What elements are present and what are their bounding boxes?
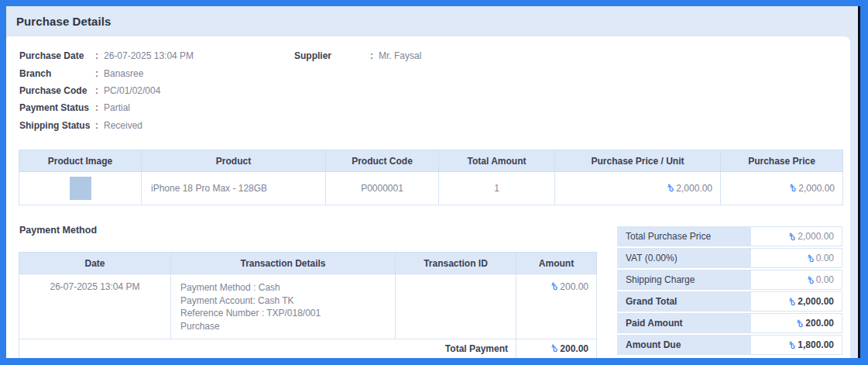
summary-value: 2,000.00 xyxy=(751,227,842,246)
summary-row-amount-due: Amount Due 1,800.00 xyxy=(617,335,842,355)
transaction-details-cell: Payment Method : Cash Payment Account: C… xyxy=(171,274,396,339)
window-frame: Purchase Details Purchase Date : 26-07-2… xyxy=(0,0,868,365)
info-row-payment-status: Payment Status : Partial xyxy=(19,99,194,116)
summary-amount: 200.00 xyxy=(805,318,834,329)
product-code-cell: P0000001 xyxy=(326,172,439,205)
taka-currency-icon xyxy=(790,184,796,192)
payment-amount-value: 200.00 xyxy=(560,281,588,292)
detail-line-type: Purchase xyxy=(180,320,395,333)
payment-total-row: Total Payment 200.00 xyxy=(19,339,597,359)
content-card: Purchase Date : 26-07-2025 13:04 PM Bran… xyxy=(6,36,850,358)
info-colon: : xyxy=(95,68,104,79)
column-header-transaction-details: Transaction Details xyxy=(171,253,396,274)
product-table-row: iPhone 18 Pro Max - 128GB P0000001 1 2,0… xyxy=(19,172,843,205)
payment-date-cell: 26-07-2025 13:04 PM xyxy=(19,274,171,339)
column-header-total-amount: Total Amount xyxy=(439,150,555,172)
total-payment-amount-cell: 200.00 xyxy=(516,339,597,359)
summary-row-total-purchase-price: Total Purchase Price 2,000.00 xyxy=(617,226,842,246)
summary-row-shipping-charge: Shipping Charge 0.00 xyxy=(617,270,842,290)
column-header-product: Product xyxy=(142,150,326,172)
payment-method-title: Payment Method xyxy=(19,225,97,236)
purchase-price-cell: 2,000.00 xyxy=(721,172,843,205)
column-header-purchase-price-unit: Purchase Price / Unit xyxy=(555,150,721,172)
product-table: Product Image Product Product Code Total… xyxy=(19,150,843,205)
info-label: Payment Status xyxy=(19,102,95,113)
info-row-shipping-status: Shipping Status : Received xyxy=(19,117,194,134)
info-value: PC/01/02/004 xyxy=(104,85,160,96)
info-label: Purchase Code xyxy=(19,85,95,96)
purchase-info: Purchase Date : 26-07-2025 13:04 PM Bran… xyxy=(19,47,194,134)
taka-currency-icon xyxy=(551,344,558,353)
taka-currency-icon xyxy=(808,276,814,284)
info-row-branch: Branch : Banasree xyxy=(19,64,194,81)
taka-currency-icon xyxy=(551,282,558,291)
total-amount-cell: 1 xyxy=(439,172,555,205)
summary-row-paid-amount: Paid Amount 200.00 xyxy=(617,313,842,333)
product-name-cell: iPhone 18 Pro Max - 128GB xyxy=(142,172,326,205)
summary-label: Total Purchase Price xyxy=(618,227,751,246)
summary-value: 0.00 xyxy=(751,249,842,267)
detail-line-payment-account: Payment Account: Cash TK xyxy=(180,294,395,308)
payment-table: Date Transaction Details Transaction ID … xyxy=(19,252,597,358)
unit-price-cell: 2,000.00 xyxy=(555,172,721,205)
taka-currency-icon xyxy=(667,184,674,192)
info-value: Mr. Faysal xyxy=(379,50,421,61)
summary-value: 200.00 xyxy=(751,314,842,332)
taka-currency-icon xyxy=(789,298,795,306)
info-value: Partial xyxy=(104,102,130,113)
info-label: Shipping Status xyxy=(19,120,95,131)
info-label: Supplier xyxy=(294,50,370,61)
transaction-id-cell xyxy=(396,274,516,339)
payment-table-header-row: Date Transaction Details Transaction ID … xyxy=(19,253,597,274)
product-image-cell xyxy=(19,172,142,205)
taka-currency-icon xyxy=(797,319,803,328)
summary-label: Paid Amount xyxy=(618,314,751,332)
payment-amount-cell: 200.00 xyxy=(516,274,597,339)
purchase-price-value: 2,000.00 xyxy=(798,183,835,194)
summary-amount: 0.00 xyxy=(816,253,834,263)
column-header-product-code: Product Code xyxy=(326,150,439,172)
product-table-header-row: Product Image Product Product Code Total… xyxy=(19,150,843,172)
product-image xyxy=(70,177,91,200)
detail-line-reference-number: Reference Number : TXP/018/001 xyxy=(180,307,395,320)
unit-price-value: 2,000.00 xyxy=(676,183,712,194)
summary-label: Shipping Charge xyxy=(618,270,751,289)
info-label: Purchase Date xyxy=(19,50,95,61)
summary-value: 2,000.00 xyxy=(751,292,842,311)
taka-currency-icon xyxy=(808,254,814,263)
info-row-purchase-date: Purchase Date : 26-07-2025 13:04 PM xyxy=(19,47,194,64)
info-colon: : xyxy=(95,50,104,61)
total-payment-amount-value: 200.00 xyxy=(560,343,588,354)
info-colon: : xyxy=(95,120,104,131)
summary-row-vat: VAT (0.00%) 0.00 xyxy=(617,248,842,268)
total-payment-label: Total Payment xyxy=(19,339,516,359)
page-background: Purchase Details Purchase Date : 26-07-2… xyxy=(6,6,858,358)
window-edge-strip xyxy=(858,6,860,358)
info-row-purchase-code: Purchase Code : PC/01/02/004 xyxy=(19,82,194,99)
column-header-transaction-id: Transaction ID xyxy=(396,253,516,274)
taka-currency-icon xyxy=(789,341,795,350)
info-colon: : xyxy=(370,50,379,61)
page-header: Purchase Details xyxy=(6,6,858,36)
info-colon: : xyxy=(95,85,104,96)
info-row-supplier: Supplier : Mr. Faysal xyxy=(294,47,421,64)
summary-value: 0.00 xyxy=(751,270,842,289)
payment-table-row: 26-07-2025 13:04 PM Payment Method : Cas… xyxy=(19,274,597,339)
purchase-summary: Total Purchase Price 2,000.00 VAT (0.00%… xyxy=(617,226,842,356)
info-value: Received xyxy=(104,120,142,131)
summary-amount: 2,000.00 xyxy=(798,231,834,242)
summary-amount: 1,800.00 xyxy=(798,339,834,350)
column-header-purchase-price: Purchase Price xyxy=(721,150,843,172)
info-label: Branch xyxy=(19,68,95,79)
column-header-product-image: Product Image xyxy=(19,150,142,172)
summary-amount: 0.00 xyxy=(816,274,834,285)
info-colon: : xyxy=(95,102,104,113)
summary-label: Grand Total xyxy=(618,292,751,311)
summary-label: Amount Due xyxy=(618,336,751,354)
summary-value: 1,800.00 xyxy=(751,336,842,354)
summary-label: VAT (0.00%) xyxy=(618,249,751,267)
detail-line-payment-method: Payment Method : Cash xyxy=(180,281,395,294)
taka-currency-icon xyxy=(789,232,795,241)
column-header-date: Date xyxy=(19,253,171,274)
summary-row-grand-total: Grand Total 2,000.00 xyxy=(617,291,842,312)
